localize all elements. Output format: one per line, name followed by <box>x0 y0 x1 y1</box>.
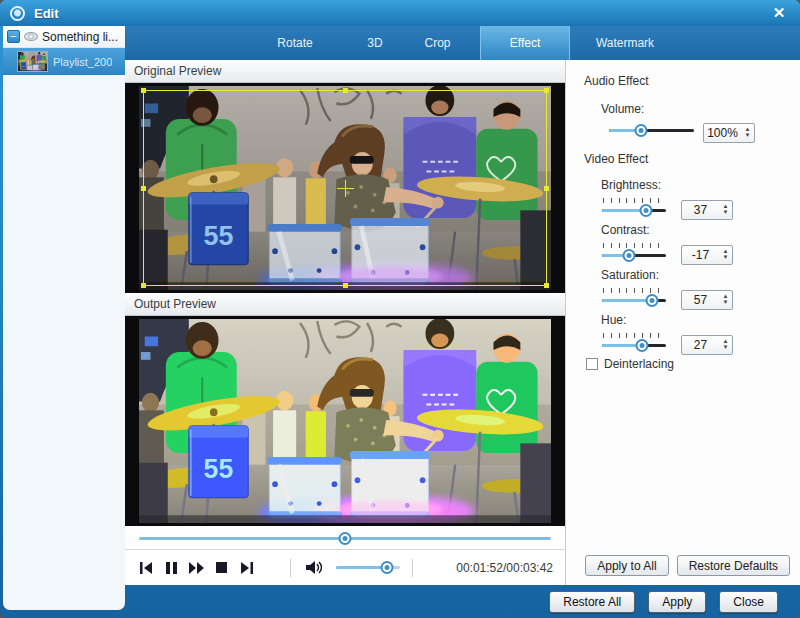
audio-volume-slider[interactable] <box>609 124 694 137</box>
pause-button[interactable] <box>160 560 182 576</box>
playback-volume-slider[interactable] <box>336 561 400 574</box>
crop-handle-ne[interactable] <box>544 88 549 93</box>
hue-label: Hue: <box>601 313 626 327</box>
separator <box>290 559 291 577</box>
crop-region[interactable] <box>143 90 547 286</box>
seek-slider[interactable] <box>139 532 551 545</box>
original-preview-area <box>125 83 565 293</box>
contrast-value: -17 <box>682 248 719 262</box>
collapse-icon[interactable]: − <box>7 30 20 43</box>
restore-defaults-button[interactable]: Restore Defaults <box>677 555 790 576</box>
edit-dialog: Edit ✕ − Something li... Playlist_200 Ro… <box>0 0 800 618</box>
saturation-label: Saturation: <box>601 268 659 282</box>
contrast-slider[interactable] <box>602 243 666 262</box>
seek-row <box>125 526 565 550</box>
slider-ticks <box>603 243 665 248</box>
fast-forward-button[interactable] <box>185 560 207 576</box>
video-thumbnail <box>17 51 48 72</box>
brightness-spinbox[interactable]: 37 ▲▼ <box>681 200 733 220</box>
crop-handle-s[interactable] <box>343 283 348 288</box>
fast-forward-icon <box>189 562 204 574</box>
crop-handle-sw[interactable] <box>141 283 146 288</box>
original-video <box>139 86 551 290</box>
restore-all-button[interactable]: Restore All <box>549 591 635 613</box>
skip-start-icon <box>140 562 153 574</box>
tab-watermark[interactable]: Watermark <box>570 26 680 60</box>
spinner-arrows-icon[interactable]: ▲▼ <box>719 339 732 351</box>
crop-handle-se[interactable] <box>544 283 549 288</box>
footer-bar: Restore All Apply Close <box>0 585 800 618</box>
saturation-spinbox[interactable]: 57 ▲▼ <box>681 290 733 310</box>
seek-handle[interactable] <box>339 532 352 545</box>
crop-crosshair-icon <box>337 188 354 189</box>
contrast-handle[interactable] <box>622 249 635 262</box>
tree-item-playlist[interactable]: Playlist_200 <box>3 48 125 75</box>
brightness-label: Brightness: <box>601 178 661 192</box>
separator <box>412 559 413 577</box>
brightness-slider[interactable] <box>602 198 666 217</box>
preview-column: Original Preview <box>125 60 565 585</box>
saturation-value: 57 <box>682 293 719 307</box>
mute-button[interactable] <box>303 560 325 576</box>
dialog-title: Edit <box>34 6 59 21</box>
spinner-arrows-icon[interactable]: ▲▼ <box>719 294 732 306</box>
tree-group-row[interactable]: − Something li... <box>3 26 125 48</box>
pause-icon <box>166 562 177 574</box>
disc-icon <box>24 32 38 41</box>
sidebar: − Something li... Playlist_200 <box>3 26 125 610</box>
tabbar: Rotate 3D Crop Effect Watermark <box>125 26 800 60</box>
app-icon <box>10 6 25 21</box>
deinterlacing-checkbox[interactable] <box>586 358 598 370</box>
skip-end-icon <box>240 562 253 574</box>
brightness-handle[interactable] <box>639 204 652 217</box>
audio-volume-handle[interactable] <box>635 124 648 137</box>
slider-ticks <box>603 198 665 203</box>
content: Original Preview <box>125 60 800 585</box>
tree-item-label: Playlist_200 <box>53 56 112 68</box>
spinner-arrows-icon[interactable]: ▲▼ <box>719 249 732 261</box>
spinner-arrows-icon[interactable]: ▲▼ <box>741 127 754 139</box>
hue-slider[interactable] <box>602 333 666 352</box>
volume-spinbox[interactable]: 100% ▲▼ <box>703 123 755 143</box>
skip-end-button[interactable] <box>235 560 257 576</box>
stop-button[interactable] <box>210 560 232 576</box>
crop-handle-n[interactable] <box>343 88 348 93</box>
brightness-value: 37 <box>682 203 719 217</box>
volume-handle[interactable] <box>381 561 394 574</box>
transport-bar: 00:01:52/00:03:42 <box>125 550 565 585</box>
volume-value: 100% <box>704 126 741 140</box>
skip-start-button[interactable] <box>135 560 157 576</box>
hue-value: 27 <box>682 338 719 352</box>
close-button[interactable]: Close <box>719 591 778 613</box>
output-video <box>139 319 551 523</box>
crop-handle-e[interactable] <box>544 186 549 191</box>
stop-icon <box>216 562 227 573</box>
main-panel: Rotate 3D Crop Effect Watermark Original… <box>125 26 800 585</box>
contrast-spinbox[interactable]: -17 ▲▼ <box>681 245 733 265</box>
deinterlacing-label: Deinterlacing <box>604 357 674 371</box>
spinner-arrows-icon[interactable]: ▲▼ <box>719 204 732 216</box>
hue-handle[interactable] <box>636 339 649 352</box>
tree-group-label: Something li... <box>42 30 118 44</box>
hue-spinbox[interactable]: 27 ▲▼ <box>681 335 733 355</box>
slider-ticks <box>603 288 665 293</box>
panel-buttons: Apply to All Restore Defaults <box>585 555 790 576</box>
video-effect-heading: Video Effect <box>584 152 648 166</box>
tab-3d[interactable]: 3D <box>345 26 405 60</box>
close-icon[interactable]: ✕ <box>768 4 790 22</box>
tab-effect[interactable]: Effect <box>480 26 570 60</box>
tab-rotate[interactable]: Rotate <box>245 26 345 60</box>
crop-handle-nw[interactable] <box>141 88 146 93</box>
output-preview-header: Output Preview <box>125 293 565 316</box>
slider-ticks <box>603 333 665 338</box>
contrast-label: Contrast: <box>601 223 650 237</box>
crop-handle-w[interactable] <box>141 186 146 191</box>
original-preview-header: Original Preview <box>125 60 565 83</box>
saturation-slider[interactable] <box>602 288 666 307</box>
effect-panel: Audio Effect Volume: 100% ▲▼ Video Effec… <box>565 60 800 585</box>
apply-button[interactable]: Apply <box>648 591 706 613</box>
time-display: 00:01:52/00:03:42 <box>456 561 555 575</box>
tab-crop[interactable]: Crop <box>405 26 470 60</box>
saturation-handle[interactable] <box>645 294 658 307</box>
apply-to-all-button[interactable]: Apply to All <box>585 555 668 576</box>
